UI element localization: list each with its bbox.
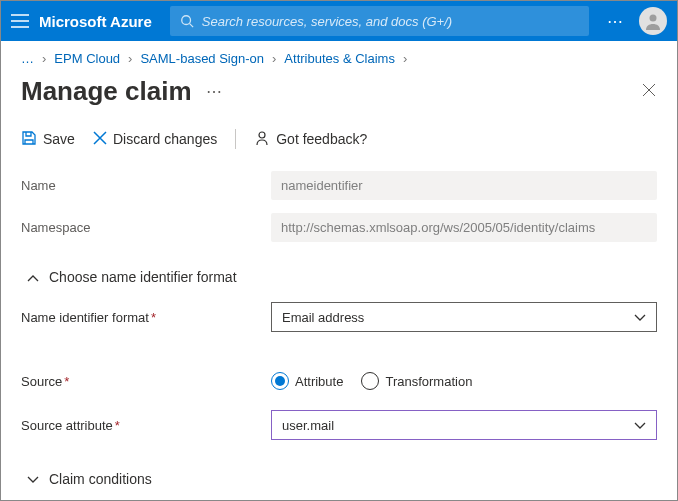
search-icon <box>180 14 194 28</box>
svg-point-1 <box>650 15 657 22</box>
nid-format-value: Email address <box>282 310 364 325</box>
menu-icon[interactable] <box>11 14 29 28</box>
radio-label: Attribute <box>295 374 343 389</box>
svg-point-0 <box>182 16 191 25</box>
avatar[interactable] <box>639 7 667 35</box>
chevron-up-icon <box>27 269 39 285</box>
section-claim-conditions[interactable]: Claim conditions <box>21 449 657 501</box>
source-radio-transformation[interactable]: Transformation <box>361 372 472 390</box>
chevron-right-icon: › <box>128 51 132 66</box>
close-icon[interactable] <box>641 82 657 102</box>
global-search[interactable] <box>170 6 589 36</box>
section-title: Choose name identifier format <box>49 269 237 285</box>
search-input[interactable] <box>202 14 579 29</box>
discard-label: Discard changes <box>113 131 217 147</box>
discard-button[interactable]: Discard changes <box>93 131 217 148</box>
source-attr-value: user.mail <box>282 418 334 433</box>
brand-label: Microsoft Azure <box>39 13 152 30</box>
source-radio-attribute[interactable]: Attribute <box>271 372 343 390</box>
chevron-down-icon <box>634 310 646 325</box>
nid-format-select[interactable]: Email address <box>271 302 657 332</box>
breadcrumb-item[interactable]: Attributes & Claims <box>284 51 395 66</box>
namespace-field: http://schemas.xmlsoap.org/ws/2005/05/id… <box>271 213 657 242</box>
chevron-right-icon: › <box>403 51 407 66</box>
breadcrumb: … › EPM Cloud › SAML-based Sign-on › Att… <box>1 41 677 76</box>
feedback-icon <box>254 130 270 149</box>
section-title: Claim conditions <box>49 471 152 487</box>
nid-format-label: Name identifier format* <box>21 310 271 325</box>
source-label: Source* <box>21 374 271 389</box>
more-icon[interactable]: ⋯ <box>607 12 625 31</box>
chevron-down-icon <box>27 471 39 487</box>
save-button[interactable]: Save <box>21 130 75 149</box>
toolbar-divider <box>235 129 236 149</box>
name-field: nameidentifier <box>271 171 657 200</box>
namespace-label: Namespace <box>21 220 271 235</box>
chevron-right-icon: › <box>272 51 276 66</box>
chevron-down-icon <box>634 418 646 433</box>
breadcrumb-overflow[interactable]: … <box>21 51 34 66</box>
page-title: Manage claim <box>21 76 192 107</box>
name-label: Name <box>21 178 271 193</box>
title-more-icon[interactable]: ⋯ <box>206 82 222 101</box>
section-name-identifier[interactable]: Choose name identifier format <box>21 251 657 299</box>
radio-unselected-icon <box>361 372 379 390</box>
radio-label: Transformation <box>385 374 472 389</box>
chevron-right-icon: › <box>42 51 46 66</box>
breadcrumb-item[interactable]: EPM Cloud <box>54 51 120 66</box>
discard-icon <box>93 131 107 148</box>
breadcrumb-item[interactable]: SAML-based Sign-on <box>140 51 264 66</box>
radio-selected-icon <box>271 372 289 390</box>
source-attr-select[interactable]: user.mail <box>271 410 657 440</box>
svg-point-2 <box>259 132 265 138</box>
source-attr-label: Source attribute* <box>21 418 271 433</box>
save-label: Save <box>43 131 75 147</box>
feedback-button[interactable]: Got feedback? <box>254 130 367 149</box>
save-icon <box>21 130 37 149</box>
feedback-label: Got feedback? <box>276 131 367 147</box>
